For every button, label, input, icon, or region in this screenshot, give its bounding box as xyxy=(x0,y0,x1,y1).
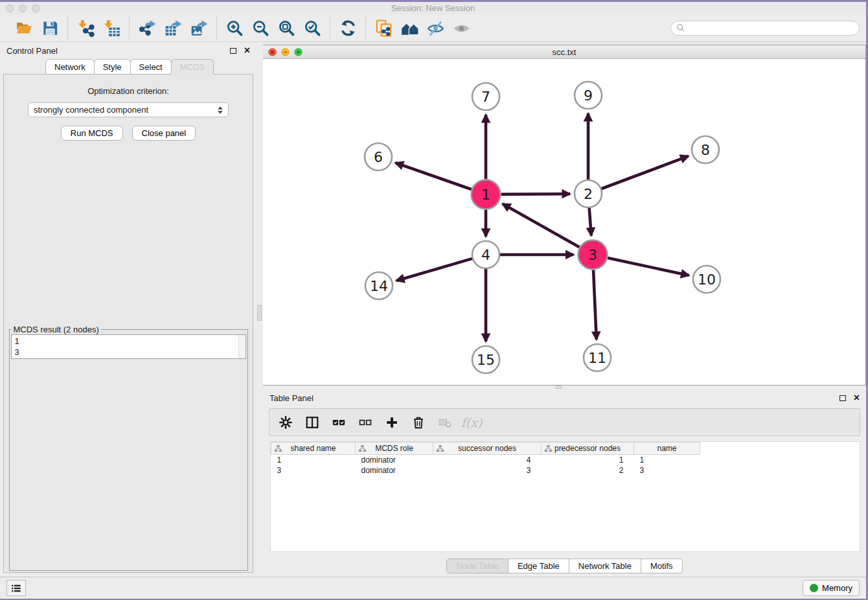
control-panel-float-button[interactable] xyxy=(230,48,236,54)
horizontal-splitter[interactable] xyxy=(263,386,866,389)
column-label: predecessor nodes xyxy=(554,444,621,453)
edge-1-2[interactable] xyxy=(501,194,570,194)
mcds-result-scrollbar[interactable] xyxy=(238,335,246,358)
control-panel-close-button[interactable]: × xyxy=(244,47,250,54)
edge-3-10[interactable] xyxy=(608,258,689,275)
network-canvas[interactable]: 1234678910111415 xyxy=(263,59,865,385)
control-panel: Control Panel × NetworkStyleSelectMCDS O… xyxy=(0,42,257,577)
zoom-out-icon xyxy=(252,19,269,37)
columns-button[interactable] xyxy=(304,415,320,430)
delete-row-icon xyxy=(411,415,426,430)
horizontal-splitter-grip[interactable] xyxy=(556,386,562,389)
control-panel-tabs: NetworkStyleSelectMCDS xyxy=(0,59,257,75)
column-header-name[interactable]: name xyxy=(634,443,700,455)
select-all-button[interactable] xyxy=(331,415,347,430)
zoom-out-button[interactable] xyxy=(251,18,270,38)
import-table-button[interactable] xyxy=(102,18,121,38)
column-header-MCDS-role[interactable]: MCDS role xyxy=(356,443,433,455)
zoom-in-button[interactable] xyxy=(225,18,244,38)
save-button[interactable] xyxy=(40,18,60,38)
tab-select[interactable]: Select xyxy=(130,59,172,75)
zoom-in-icon xyxy=(226,19,244,37)
column-header-successor-nodes[interactable]: successor nodes xyxy=(433,443,542,455)
search-input[interactable] xyxy=(688,23,854,33)
column-type-icon xyxy=(544,444,553,453)
vertical-splitter-grip[interactable] xyxy=(257,305,262,321)
window-minimize-button[interactable] xyxy=(19,5,27,12)
table-row[interactable]: 3dominator323 xyxy=(271,465,700,476)
copy-network-button[interactable] xyxy=(374,18,393,38)
export-network-button[interactable] xyxy=(137,18,157,38)
search-icon xyxy=(676,23,685,32)
export-image-button[interactable] xyxy=(189,18,209,38)
export-table-button[interactable] xyxy=(163,18,183,38)
memory-button[interactable]: Memory xyxy=(803,580,860,596)
run-mcds-button[interactable]: Run MCDS xyxy=(61,126,123,141)
column-header-shared-name[interactable]: shared name xyxy=(271,443,356,455)
cell: 1 xyxy=(634,455,700,465)
import-network-icon xyxy=(77,19,95,37)
mcds-panel: Optimization criterion: strongly connect… xyxy=(3,74,253,573)
tab-mcds[interactable]: MCDS xyxy=(171,59,214,75)
export-image-icon xyxy=(190,19,208,37)
unselect-all-button[interactable] xyxy=(358,415,373,430)
table-panel-float-button[interactable] xyxy=(839,395,846,401)
table-panel-header: Table Panel × xyxy=(263,389,866,406)
eye-slash-button[interactable] xyxy=(426,18,445,38)
node-label-10: 10 xyxy=(698,271,716,288)
save-icon xyxy=(41,19,59,37)
import-network-button[interactable] xyxy=(76,18,95,38)
edge-1-6[interactable] xyxy=(395,163,471,189)
delete-table-icon xyxy=(438,415,452,430)
zoom-selected-button[interactable] xyxy=(303,18,322,38)
network-window-title: scc.txt xyxy=(553,47,577,57)
houses-button[interactable] xyxy=(400,18,419,38)
search-box[interactable] xyxy=(670,21,860,36)
column-type-icon xyxy=(358,444,367,453)
edge-3-1[interactable] xyxy=(503,203,580,247)
column-header-predecessor-nodes[interactable]: predecessor nodes xyxy=(542,443,634,455)
refresh-button[interactable] xyxy=(338,18,358,38)
window-close-button[interactable] xyxy=(6,5,14,12)
node-label-4: 4 xyxy=(481,247,490,263)
table-row[interactable]: 1dominator411 xyxy=(271,455,700,465)
open-folder-button[interactable] xyxy=(14,18,34,38)
network-window-titlebar: scc.txt xyxy=(263,45,865,59)
add-row-button[interactable] xyxy=(384,415,400,430)
criterion-select-value: strongly connected component xyxy=(34,105,148,115)
vertical-splitter[interactable] xyxy=(257,42,263,577)
edge-4-14[interactable] xyxy=(396,259,472,281)
tab-motifs[interactable]: Motifs xyxy=(641,559,683,573)
network-window-maximize-button[interactable] xyxy=(294,48,303,56)
app-window: Session: New Session Control Panel × Net… xyxy=(0,2,866,599)
mcds-result-text[interactable]: 13 xyxy=(11,334,246,359)
network-graph: 1234678910111415 xyxy=(263,59,865,385)
close-panel-button[interactable]: Close panel xyxy=(132,126,196,141)
criterion-select[interactable]: strongly connected component xyxy=(28,102,229,117)
tab-node-table[interactable]: Node Table xyxy=(446,559,508,573)
window-zoom-button[interactable] xyxy=(32,5,40,12)
zoom-fit-button[interactable] xyxy=(277,18,296,38)
function-button: f(x) xyxy=(464,415,479,430)
column-label: shared name xyxy=(290,444,336,453)
network-window-close-button[interactable] xyxy=(268,48,277,56)
unselect-all-icon xyxy=(358,415,372,430)
column-type-icon xyxy=(274,444,282,453)
edge-3-11[interactable] xyxy=(593,270,597,340)
table-panel-close-button[interactable]: × xyxy=(854,395,860,401)
cell: 1 xyxy=(542,455,634,465)
open-folder-icon xyxy=(16,19,33,37)
tab-network-table[interactable]: Network Table xyxy=(569,559,641,573)
zoom-fit-icon xyxy=(278,19,295,37)
delete-row-button[interactable] xyxy=(411,415,426,430)
tab-edge-table[interactable]: Edge Table xyxy=(508,559,569,573)
network-view-window: scc.txt 1234678910111415 xyxy=(263,45,866,386)
tab-network[interactable]: Network xyxy=(45,59,95,75)
edge-2-3[interactable] xyxy=(589,208,591,236)
gear-button[interactable] xyxy=(278,415,293,430)
network-window-minimize-button[interactable] xyxy=(281,48,290,56)
tab-style[interactable]: Style xyxy=(94,59,131,75)
task-history-button[interactable] xyxy=(6,580,26,596)
edge-2-8[interactable] xyxy=(602,156,689,189)
node-label-15: 15 xyxy=(477,352,495,368)
